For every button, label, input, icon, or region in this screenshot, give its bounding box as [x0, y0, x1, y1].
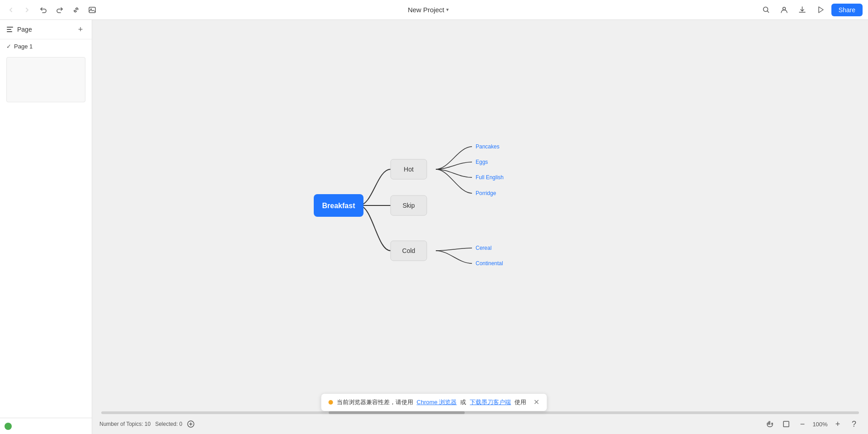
pancakes-label: Pancakes — [476, 143, 500, 150]
toolbar-right: Share — [754, 3, 868, 17]
svg-rect-6 — [7, 29, 11, 30]
svg-rect-0 — [89, 7, 95, 13]
status-circle — [5, 423, 12, 430]
sidebar-add-button[interactable]: + — [75, 24, 85, 34]
bottom-right: − 100% + ? — [763, 417, 861, 431]
topics-label: Number of Topics: 10 Selected: 0 — [99, 421, 182, 427]
zoom-level: 100% — [812, 421, 828, 428]
full-english-label: Full English — [476, 174, 504, 181]
redo-button[interactable] — [52, 3, 67, 17]
sidebar: Page + ✓ Page 1 — [0, 20, 92, 434]
search-icon-btn[interactable] — [759, 3, 774, 17]
scrollbar-thumb[interactable] — [329, 411, 465, 414]
notification-text-before: 当前浏览器兼容性差，请使用 — [337, 398, 413, 406]
fit-button[interactable] — [779, 417, 793, 431]
eggs-label: Eggs — [476, 159, 488, 165]
sidebar-title: Page — [17, 26, 32, 33]
project-title[interactable]: New Project ▾ — [408, 6, 449, 14]
notification-text-middle: 或 — [460, 398, 466, 406]
skip-label: Skip — [402, 202, 415, 209]
toolbar-left — [0, 3, 103, 17]
continental-label: Continental — [476, 260, 503, 267]
cold-to-continental — [436, 251, 472, 263]
svg-rect-9 — [783, 421, 789, 427]
help-button[interactable]: ? — [847, 417, 861, 431]
svg-point-3 — [783, 7, 786, 10]
root-to-hot-path — [359, 169, 391, 205]
cold-label: Cold — [402, 247, 415, 254]
mindmap-svg: Breakfast Hot Skip Cold Pancakes Eggs Fu… — [92, 20, 868, 434]
zoom-in-icon: + — [835, 420, 840, 429]
sidebar-thumbnail — [6, 57, 85, 102]
notification-link-download[interactable]: 下载墨刀客户端 — [470, 398, 511, 406]
scrollbar-track — [101, 411, 859, 414]
toolbar: New Project ▾ Share — [0, 0, 868, 20]
add-topic-button[interactable] — [185, 418, 197, 430]
topics-count: Number of Topics: 10 — [99, 421, 151, 427]
bottom-left: Number of Topics: 10 Selected: 0 — [99, 418, 197, 430]
zoom-out-icon: − — [800, 420, 805, 429]
svg-rect-7 — [7, 31, 12, 32]
notification-text-after: 使用 — [514, 398, 526, 406]
hot-to-porridge — [436, 169, 472, 193]
check-icon: ✓ — [6, 43, 11, 50]
cold-to-cereal — [436, 248, 472, 251]
notification-dot — [329, 400, 333, 405]
svg-point-1 — [90, 8, 92, 10]
hand-tool-button[interactable] — [763, 417, 777, 431]
play-icon-btn[interactable] — [813, 3, 828, 17]
project-title-chevron: ▾ — [446, 7, 449, 13]
toolbar-center: New Project ▾ — [103, 6, 754, 14]
hot-label: Hot — [404, 166, 414, 173]
project-title-text: New Project — [408, 6, 444, 14]
image-button[interactable] — [85, 3, 99, 17]
zoom-out-button[interactable]: − — [796, 417, 809, 431]
root-label: Breakfast — [322, 202, 356, 210]
download-icon-btn[interactable] — [795, 3, 810, 17]
user-icon-btn[interactable] — [777, 3, 792, 17]
sidebar-header-left: Page — [6, 26, 32, 33]
sidebar-header: Page + — [0, 20, 92, 39]
selected-count: Selected: 0 — [155, 421, 182, 427]
svg-marker-4 — [819, 7, 823, 13]
back-button[interactable] — [4, 3, 18, 17]
help-icon: ? — [852, 420, 856, 429]
porridge-label: Porridge — [476, 190, 496, 196]
notification-banner: 当前浏览器兼容性差，请使用 Chrome 浏览器 或 下载墨刀客户端 使用 ✕ — [321, 393, 547, 411]
share-button[interactable]: Share — [831, 4, 863, 16]
canvas[interactable]: Breakfast Hot Skip Cold Pancakes Eggs Fu… — [92, 20, 868, 434]
cereal-label: Cereal — [476, 245, 491, 251]
undo-button[interactable] — [36, 3, 51, 17]
page-1-label: Page 1 — [14, 43, 33, 50]
link-button[interactable] — [69, 3, 83, 17]
root-to-cold-path — [359, 205, 391, 251]
notification-link-chrome[interactable]: Chrome 浏览器 — [417, 398, 457, 406]
zoom-in-button[interactable]: + — [831, 417, 844, 431]
notification-close-button[interactable]: ✕ — [533, 399, 539, 406]
forward-button[interactable] — [20, 3, 34, 17]
status-bar — [0, 418, 92, 434]
pages-icon — [6, 26, 14, 33]
sidebar-page-1[interactable]: ✓ Page 1 — [0, 39, 92, 53]
svg-rect-5 — [7, 27, 13, 28]
